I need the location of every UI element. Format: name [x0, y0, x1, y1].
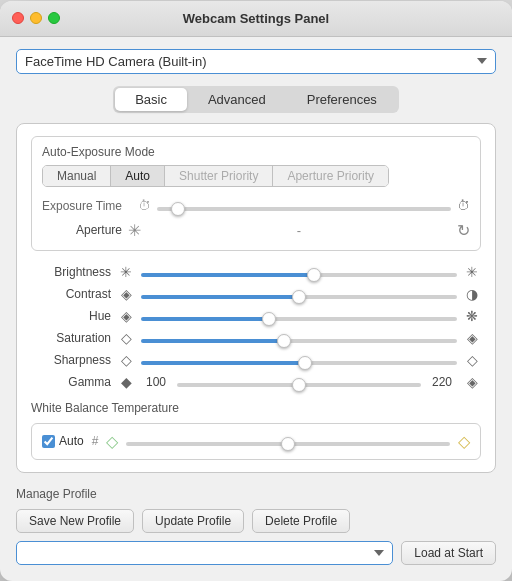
- wb-slider-wrap: [126, 432, 450, 450]
- minimize-button[interactable]: [30, 12, 42, 24]
- profile-dropdown[interactable]: [16, 541, 393, 565]
- contrast-slider-wrap: [141, 285, 457, 303]
- aperture-value: -: [147, 223, 451, 238]
- contrast-slider[interactable]: [141, 295, 457, 299]
- brightness-slider-wrap: [141, 263, 457, 281]
- hue-high-icon: ❋: [463, 308, 481, 324]
- close-button[interactable]: [12, 12, 24, 24]
- contrast-label: Contrast: [31, 287, 111, 301]
- contrast-low-icon: ◈: [117, 286, 135, 302]
- gamma-slider[interactable]: [177, 383, 421, 387]
- exposure-time-slider[interactable]: [157, 207, 451, 211]
- mode-shutter: Shutter Priority: [165, 166, 273, 186]
- manage-row-2: Load at Start: [16, 541, 496, 565]
- device-select-row: FaceTime HD Camera (Built-in): [16, 49, 496, 74]
- brightness-low-icon: ✳: [117, 264, 135, 280]
- mode-aperture: Aperture Priority: [273, 166, 388, 186]
- saturation-slider-wrap: [141, 329, 457, 347]
- wb-hash-symbol: #: [92, 434, 99, 448]
- clock-icon-right: ⏱: [457, 198, 470, 213]
- delete-profile-button[interactable]: Delete Profile: [252, 509, 350, 533]
- brightness-high-icon: ✳: [463, 264, 481, 280]
- refresh-icon[interactable]: ↻: [457, 221, 470, 240]
- exposure-time-label: Exposure Time: [42, 199, 132, 213]
- device-dropdown[interactable]: FaceTime HD Camera (Built-in): [16, 49, 496, 74]
- brightness-row: Brightness ✳ ✳: [31, 263, 481, 281]
- load-at-start-button[interactable]: Load at Start: [401, 541, 496, 565]
- exposure-time-row: Exposure Time ⏱ ⏱: [42, 197, 470, 215]
- titlebar: Webcam Settings Panel: [0, 1, 512, 37]
- gamma-min-value: 100: [141, 375, 171, 389]
- gamma-max-value: 220: [427, 375, 457, 389]
- manage-profile-section: Manage Profile Save New Profile Update P…: [16, 487, 496, 565]
- hue-label: Hue: [31, 309, 111, 323]
- tab-advanced[interactable]: Advanced: [188, 88, 286, 111]
- manage-row-1: Save New Profile Update Profile Delete P…: [16, 509, 496, 533]
- wb-auto-text: Auto: [59, 434, 84, 448]
- clock-icon-left: ⏱: [138, 198, 151, 213]
- contrast-high-icon: ◑: [463, 286, 481, 302]
- hue-low-icon: ◈: [117, 308, 135, 324]
- window-title: Webcam Settings Panel: [183, 11, 329, 26]
- wb-temperature-slider[interactable]: [126, 442, 450, 446]
- wb-title: White Balance Temperature: [31, 401, 481, 415]
- saturation-label: Saturation: [31, 331, 111, 345]
- saturation-high-icon: ◈: [463, 330, 481, 346]
- hue-row: Hue ◈ ❋: [31, 307, 481, 325]
- contrast-row: Contrast ◈ ◑: [31, 285, 481, 303]
- gamma-right-icon: ◈: [463, 374, 481, 390]
- maximize-button[interactable]: [48, 12, 60, 24]
- manage-title: Manage Profile: [16, 487, 496, 501]
- hue-slider[interactable]: [141, 317, 457, 321]
- save-new-profile-button[interactable]: Save New Profile: [16, 509, 134, 533]
- wb-diamond-left-icon: ◇: [106, 432, 118, 451]
- wb-auto-label[interactable]: Auto: [42, 434, 84, 448]
- white-balance-section: White Balance Temperature Auto # ◇ ◇: [31, 401, 481, 460]
- main-content: FaceTime HD Camera (Built-in) Basic Adva…: [0, 37, 512, 581]
- traffic-lights: [12, 12, 60, 24]
- tab-bar: Basic Advanced Preferences: [16, 86, 496, 113]
- gamma-slider-wrap: [177, 373, 421, 391]
- main-window: Webcam Settings Panel FaceTime HD Camera…: [0, 1, 512, 581]
- tab-basic[interactable]: Basic: [115, 88, 187, 111]
- exposure-panel: Auto-Exposure Mode Manual Auto Shutter P…: [31, 136, 481, 251]
- main-panel: Auto-Exposure Mode Manual Auto Shutter P…: [16, 123, 496, 473]
- sharpness-label: Sharpness: [31, 353, 111, 367]
- sharpness-high-icon: ◇: [463, 352, 481, 368]
- gamma-row: Gamma ◆ 100 220 ◈: [31, 373, 481, 391]
- tab-preferences[interactable]: Preferences: [287, 88, 397, 111]
- sliders-section: Brightness ✳ ✳ Contrast ◈ ◑: [31, 263, 481, 391]
- saturation-slider[interactable]: [141, 339, 457, 343]
- sharpness-slider[interactable]: [141, 361, 457, 365]
- profile-select-wrap: [16, 541, 393, 565]
- saturation-row: Saturation ◇ ◈: [31, 329, 481, 347]
- brightness-label: Brightness: [31, 265, 111, 279]
- wb-row: Auto # ◇ ◇: [31, 423, 481, 460]
- tab-group: Basic Advanced Preferences: [113, 86, 399, 113]
- brightness-slider[interactable]: [141, 273, 457, 277]
- aperture-label: Aperture: [42, 223, 122, 237]
- sharpness-slider-wrap: [141, 351, 457, 369]
- wb-diamond-right-icon: ◇: [458, 432, 470, 451]
- sharpness-low-icon: ◇: [117, 352, 135, 368]
- gamma-icon: ◆: [117, 374, 135, 390]
- update-profile-button[interactable]: Update Profile: [142, 509, 244, 533]
- mode-auto[interactable]: Auto: [111, 166, 165, 186]
- sharpness-row: Sharpness ◇ ◇: [31, 351, 481, 369]
- gamma-label: Gamma: [31, 375, 111, 389]
- aperture-row: Aperture ✳ - ↻: [42, 221, 470, 240]
- exposure-title: Auto-Exposure Mode: [42, 145, 470, 159]
- saturation-low-icon: ◇: [117, 330, 135, 346]
- exposure-mode-buttons: Manual Auto Shutter Priority Aperture Pr…: [42, 165, 389, 187]
- hue-slider-wrap: [141, 307, 457, 325]
- wb-auto-checkbox[interactable]: [42, 435, 55, 448]
- mode-manual[interactable]: Manual: [43, 166, 111, 186]
- aperture-icon: ✳: [128, 221, 141, 240]
